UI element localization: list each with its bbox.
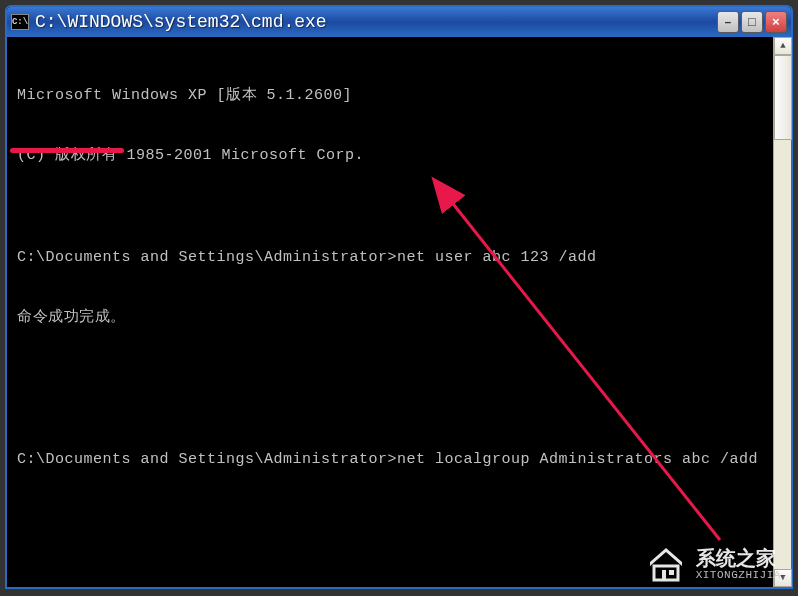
cmd-icon: C:\ [11, 14, 29, 30]
scroll-thumb[interactable] [774, 55, 792, 140]
window-title: C:\WINDOWS\system32\cmd.exe [35, 12, 717, 32]
window-body: Microsoft Windows XP [版本 5.1.2600] (C) 版… [7, 37, 791, 587]
terminal-output[interactable]: Microsoft Windows XP [版本 5.1.2600] (C) 版… [7, 37, 773, 587]
maximize-button[interactable]: □ [741, 11, 763, 33]
svg-rect-3 [662, 570, 666, 580]
window-controls: – □ × [717, 11, 787, 33]
watermark-url: XITONGZHIJIA. [696, 569, 788, 581]
watermark-title: 系统之家 [696, 547, 788, 569]
watermark-text: 系统之家 XITONGZHIJIA. [696, 547, 788, 581]
minimize-button[interactable]: – [717, 11, 739, 33]
titlebar[interactable]: C:\ C:\WINDOWS\system32\cmd.exe – □ × [7, 7, 791, 37]
terminal-line: C:\Documents and Settings\Administrator>… [17, 248, 763, 268]
vertical-scrollbar[interactable]: ▲ ▼ [773, 37, 791, 587]
underline-annotation [10, 148, 124, 153]
terminal-line: Microsoft Windows XP [版本 5.1.2600] [17, 86, 763, 106]
terminal-line: C:\Documents and Settings\Administrator>… [17, 450, 763, 470]
terminal-line: 命令成功完成。 [17, 308, 763, 328]
close-button[interactable]: × [765, 11, 787, 33]
scroll-up-button[interactable]: ▲ [774, 37, 792, 55]
watermark: 系统之家 XITONGZHIJIA. [644, 542, 788, 586]
svg-rect-4 [669, 570, 674, 575]
terminal-line: (C) 版权所有 1985-2001 Microsoft Corp. [17, 146, 763, 166]
watermark-logo-icon [644, 542, 688, 586]
cmd-window: C:\ C:\WINDOWS\system32\cmd.exe – □ × Mi… [5, 5, 793, 589]
